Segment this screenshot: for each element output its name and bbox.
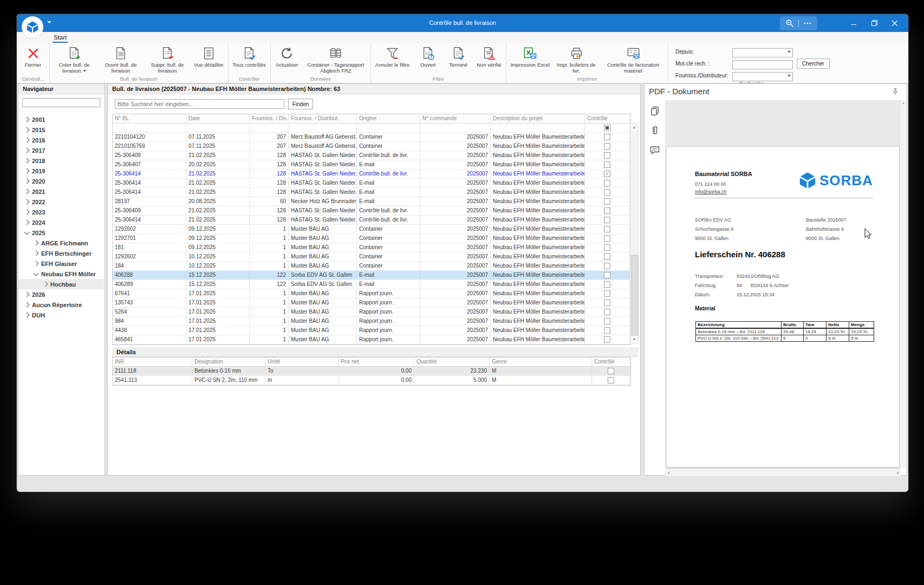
pdf-email-link[interactable]: info@sorba.ch <box>695 189 726 194</box>
table-row[interactable]: 25-30640720.02.2025128HASTAG St. Gallen … <box>113 160 630 170</box>
tree-item-neubau-efh-m-ller[interactable]: Neubau EFH Möller <box>18 269 104 279</box>
navigator-search-input[interactable] <box>22 98 100 107</box>
pdf-scroll-left-icon[interactable]: ◄ <box>667 471 670 474</box>
chevron-right-icon[interactable] <box>24 199 30 204</box>
chevron-right-icon[interactable] <box>24 209 30 214</box>
filter-cell-controle[interactable] <box>585 123 630 132</box>
minimize-button[interactable] <box>844 16 863 30</box>
controle-checkbox[interactable] <box>604 253 610 260</box>
filter-cell[interactable] <box>289 123 357 132</box>
tree-item-efh-glauser[interactable]: EFH Glauser <box>18 258 104 269</box>
details-column-header-3[interactable]: Prix net <box>339 358 414 366</box>
chevron-down-icon[interactable] <box>34 270 39 276</box>
controle-checkbox[interactable] <box>604 300 610 306</box>
chevron-right-icon[interactable] <box>24 188 30 194</box>
creer-bull-button[interactable]: Créer bull. de livraison <box>51 45 97 75</box>
controle-checkbox[interactable] <box>604 336 610 343</box>
pin-icon[interactable] <box>892 88 899 95</box>
pdf-vertical-scrollbar[interactable]: ▲ <box>900 100 907 469</box>
attachment-icon[interactable] <box>649 125 660 136</box>
controle-checkbox[interactable] <box>604 244 610 251</box>
controle-checkbox[interactable] <box>604 180 610 186</box>
chevron-right-icon[interactable] <box>34 240 39 245</box>
table-row[interactable]: 18109.12.20251Muster BAU AGContainer2025… <box>113 243 630 252</box>
column-header-7[interactable]: Contrôlé <box>585 114 630 123</box>
controle-checkbox[interactable] <box>604 226 610 232</box>
table-row[interactable]: 6764117.01.20251Muster BAU AGRapport jou… <box>113 289 630 298</box>
table-row[interactable]: 25-30641421.02.2025128HASTAG St. Gallen … <box>113 170 630 179</box>
chevron-right-icon[interactable] <box>24 168 30 173</box>
depuis-input[interactable] <box>732 48 793 57</box>
tree-item-duh[interactable]: DUH <box>18 310 104 320</box>
app-menu-caret-icon[interactable] <box>47 21 51 23</box>
scroll-up-icon[interactable]: ▲ <box>630 123 638 131</box>
restore-button[interactable] <box>865 16 883 30</box>
motcle-input[interactable] <box>732 60 793 69</box>
finden-button[interactable]: Finden <box>288 99 313 109</box>
tree-item-2022[interactable]: 2022 <box>18 197 104 207</box>
annuler-filtre-button[interactable]: Annuler le filtre <box>373 45 412 69</box>
filter-cell[interactable] <box>491 123 585 132</box>
table-row[interactable]: 46584117.01.20251Muster BAU AGRapport jo… <box>113 335 630 344</box>
table-row[interactable]: 25-30640921.02.2025128HASTAG St. Gallen … <box>113 151 630 160</box>
table-row[interactable]: 221010412007.11.2025207Merz Baustoff AG … <box>113 133 630 142</box>
table-row[interactable]: 526417.01.20251Muster BAU AGRapport jour… <box>113 308 630 317</box>
column-header-4[interactable]: Origine <box>357 114 420 123</box>
chevron-right-icon[interactable] <box>24 137 30 142</box>
scroll-down-icon[interactable]: ▼ <box>630 336 638 343</box>
tree-item-2025[interactable]: 2025 <box>18 227 104 238</box>
column-header-0[interactable]: N° BL <box>113 114 186 123</box>
filter-row[interactable] <box>113 123 630 133</box>
details-column-header-0[interactable]: INR <box>113 358 192 366</box>
controle-checkbox[interactable] <box>604 189 610 196</box>
chevron-right-icon[interactable] <box>24 127 30 132</box>
chevron-right-icon[interactable] <box>24 291 30 297</box>
termine-button[interactable]: Terminé <box>444 45 473 69</box>
table-row[interactable]: 98417.01.20251Muster BAU AGRapport journ… <box>113 317 630 326</box>
tree-item-hochbau[interactable]: Hochbau <box>18 279 104 289</box>
controle-filter-checkbox[interactable] <box>604 125 610 131</box>
table-row[interactable]: 25-30641421.02.2025128HASTAG St. Gallen … <box>113 216 630 225</box>
impression-excel-button[interactable]: X Impression Excel <box>508 45 552 69</box>
tree-item-2026[interactable]: 2026 <box>18 289 104 300</box>
tree-item-2018[interactable]: 2018 <box>18 155 104 166</box>
table-row[interactable]: 443817.01.20251Muster BAU AGRapport jour… <box>113 326 630 335</box>
table-row[interactable]: 129260209.12.20251Muster BAU AGContainer… <box>113 225 630 234</box>
fermer-button[interactable]: Fermer <box>18 45 48 69</box>
non-verifie-button[interactable]: Non vérifié <box>474 45 504 69</box>
app-logo-icon[interactable] <box>22 16 43 38</box>
close-button[interactable] <box>886 16 904 30</box>
ouvrir-bull-button[interactable]: Ouvrir bull. de livraison <box>98 45 144 75</box>
table-row[interactable]: 40628815.12.2025122Sorba EDV AG St. Gall… <box>113 271 630 280</box>
chercher-button[interactable]: Chercher <box>797 58 830 69</box>
table-row[interactable]: 25-30640921.02.2025128HASTAG St. Gallen … <box>113 206 630 216</box>
column-header-2[interactable]: Fourniss. / Dis... <box>250 114 289 123</box>
table-row[interactable]: 221010575907.11.2025207Merz Baustoff AG … <box>113 142 630 151</box>
controle-checkbox[interactable] <box>604 263 610 269</box>
column-header-1[interactable]: Date <box>186 114 250 123</box>
tree-item-2021[interactable]: 2021 <box>18 186 104 197</box>
controle-checkbox[interactable] <box>604 327 610 334</box>
details-column-header-5[interactable]: Genre <box>490 358 592 366</box>
controle-checkbox[interactable] <box>608 377 614 384</box>
tab-start[interactable]: Start <box>50 33 70 42</box>
ouvert-button[interactable]: ? Ouvert <box>413 45 443 69</box>
copy-pages-icon[interactable] <box>649 106 660 116</box>
chevron-right-icon[interactable] <box>34 250 39 256</box>
controle-facturation-button[interactable]: Contrôle de facturation matériel <box>600 45 666 75</box>
chevron-right-icon[interactable] <box>24 312 30 317</box>
controle-checkbox[interactable] <box>604 171 610 177</box>
chevron-down-icon[interactable] <box>24 229 30 235</box>
filter-cell[interactable] <box>357 123 420 132</box>
table-row[interactable]: 18410.12.20251Muster BAU AGContainer2025… <box>113 262 630 271</box>
controle-checkbox[interactable] <box>604 235 610 242</box>
filter-cell[interactable] <box>250 123 289 132</box>
details-column-header-4[interactable]: Quantité <box>414 358 490 366</box>
controle-checkbox[interactable] <box>608 368 614 374</box>
details-row[interactable]: 2541.113PVC-U SN 2, 2m, 110 mmm0.005.000… <box>113 376 630 385</box>
more-options-icon[interactable] <box>803 19 812 28</box>
controle-checkbox[interactable] <box>604 290 610 297</box>
pdf-scroll-up-icon[interactable]: ▲ <box>900 101 907 105</box>
tree-item-2001[interactable]: 2001 <box>18 114 104 125</box>
tree-item-2015[interactable]: 2015 <box>18 125 104 135</box>
